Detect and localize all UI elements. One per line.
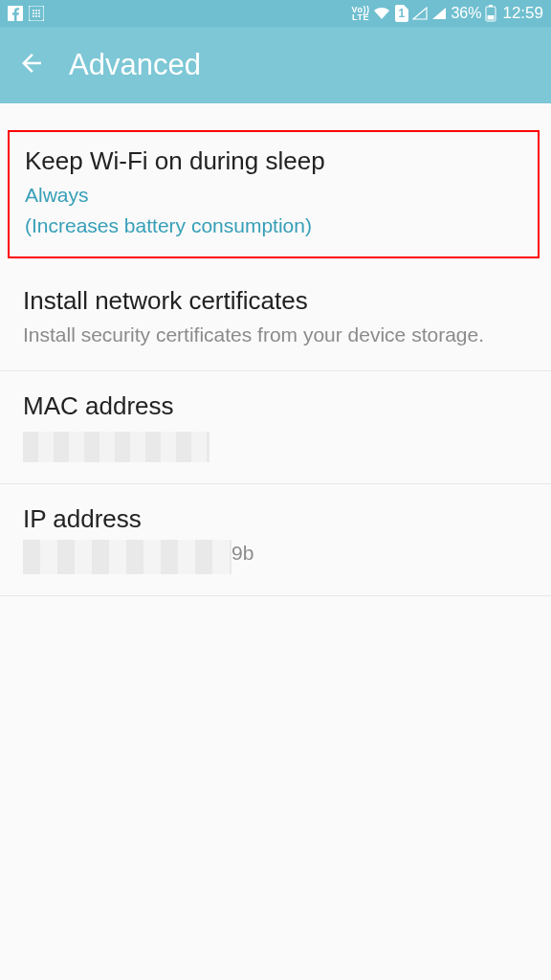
svg-rect-13 <box>488 15 495 20</box>
facebook-icon <box>8 6 23 21</box>
battery-percent: 36% <box>451 5 481 22</box>
wifi-sleep-value: Always <box>25 182 520 209</box>
back-arrow-icon[interactable] <box>17 49 46 81</box>
svg-point-4 <box>38 10 40 11</box>
install-certs-item[interactable]: Install network certificates Install sec… <box>0 266 551 370</box>
page-title: Advanced <box>69 48 201 82</box>
signal-icon <box>431 7 447 20</box>
status-left <box>8 6 44 21</box>
mac-address-title: MAC address <box>23 390 528 423</box>
mac-address-item[interactable]: MAC address <box>0 371 551 485</box>
svg-point-3 <box>35 10 37 11</box>
wifi-sleep-title: Keep Wi-Fi on during sleep <box>25 145 520 178</box>
ip-address-title: IP address <box>23 503 528 536</box>
wifi-sleep-note: (Increases battery consumption) <box>25 212 520 239</box>
svg-point-7 <box>38 12 40 14</box>
status-bar: Vo)) LTE 1 36% 12:59 <box>0 0 551 27</box>
install-certs-title: Install network certificates <box>23 285 528 318</box>
svg-point-5 <box>33 12 34 14</box>
signal-icon-outline <box>412 7 428 20</box>
wifi-sleep-item[interactable]: Keep Wi-Fi on during sleep Always (Incre… <box>8 130 540 258</box>
ip-address-item[interactable]: IP address 9b <box>0 484 551 596</box>
svg-rect-12 <box>489 5 493 7</box>
sim-icon: 1 <box>394 5 408 22</box>
clock: 12:59 <box>502 4 543 23</box>
ip-address-redacted <box>23 540 231 574</box>
keypad-icon <box>29 6 44 21</box>
wifi-icon <box>373 7 390 20</box>
svg-point-10 <box>38 15 40 17</box>
volte-icon: Vo)) LTE <box>352 6 370 21</box>
svg-point-6 <box>35 12 37 14</box>
status-right: Vo)) LTE 1 36% 12:59 <box>352 4 543 23</box>
battery-icon <box>485 5 496 22</box>
install-certs-desc: Install security certificates from your … <box>23 322 528 348</box>
svg-point-8 <box>33 15 34 17</box>
svg-point-2 <box>33 10 34 11</box>
svg-point-9 <box>35 15 37 17</box>
settings-list: Keep Wi-Fi on during sleep Always (Incre… <box>0 130 551 596</box>
mac-address-redacted <box>23 432 209 462</box>
sim-number: 1 <box>394 7 408 20</box>
app-bar: Advanced <box>0 27 551 103</box>
